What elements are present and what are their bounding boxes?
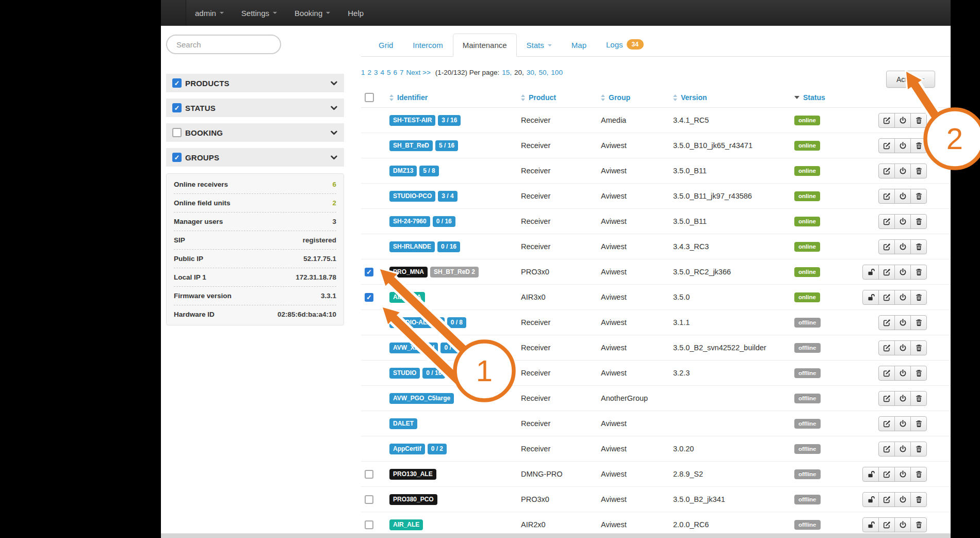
identifier-badge[interactable]: PRO380_PCO [389,494,437,505]
trash-button[interactable] [910,113,927,128]
row-checkbox[interactable] [365,293,373,302]
tab-logs[interactable]: Logs34 [596,32,654,57]
edit-button[interactable] [878,492,895,507]
trash-button[interactable] [910,492,927,507]
nav-item-help[interactable]: Help [339,0,372,26]
tab-intercom[interactable]: Intercom [403,34,452,57]
power-button[interactable] [894,442,911,457]
identifier-badge[interactable]: DMZ13 [389,166,417,176]
per-page-option[interactable]: 30, [527,69,536,76]
row-checkbox[interactable] [365,495,373,504]
identifier-badge[interactable]: AIR_MNA [389,292,425,303]
edit-button[interactable] [878,138,895,153]
identifier-badge[interactable]: SH-TEST-AIR [389,115,435,126]
filter-checkbox[interactable] [172,103,182,112]
identifier-badge[interactable]: AppCertif [389,444,425,454]
identifier-badge[interactable]: AVW_XLE_SH [389,343,438,353]
identifier-badge[interactable]: SH-24-7960 [389,216,430,227]
edit-button[interactable] [878,517,895,532]
unlock-button[interactable] [862,265,879,280]
per-page-option[interactable]: 50, [539,69,549,76]
trash-button[interactable] [910,265,927,280]
power-button[interactable] [894,391,911,406]
filter-checkbox[interactable] [172,78,182,88]
column-header-version[interactable]: Version [673,93,794,102]
power-button[interactable] [894,467,911,482]
power-button[interactable] [894,416,911,431]
column-header-identifier[interactable]: Identifier [389,93,521,102]
tab-maintenance[interactable]: Maintenance [453,34,517,57]
filter-panel-groups[interactable]: GROUPS [166,148,344,167]
trash-button[interactable] [910,214,927,229]
identifier-badge[interactable]: AIR_ALE [389,519,423,530]
edit-button[interactable] [878,416,895,431]
column-header-product[interactable]: Product [521,93,601,102]
edit-button[interactable] [878,290,895,305]
identifier-badge[interactable]: STUDIO [389,368,420,379]
edit-button[interactable] [878,164,895,178]
filter-checkbox[interactable] [172,153,182,162]
edit-button[interactable] [878,189,895,204]
page-link[interactable]: 5 [387,69,391,76]
nav-item-settings[interactable]: Settings [233,0,286,26]
edit-button[interactable] [878,265,895,280]
per-page-option[interactable]: 100 [551,69,563,76]
next-page-link[interactable]: Next >> [406,69,431,76]
identifier-badge[interactable]: PRO_MNA [389,267,428,278]
identifier-badge[interactable]: STUDIO-ALE-4K [389,317,445,328]
edit-button[interactable] [878,467,895,482]
page-link[interactable]: 6 [394,69,398,76]
unlock-button[interactable] [862,290,879,305]
trash-button[interactable] [910,239,927,254]
trash-button[interactable] [910,164,927,178]
trash-button[interactable] [910,391,927,406]
page-link[interactable]: 3 [374,69,378,76]
trash-button[interactable] [910,416,927,431]
edit-button[interactable] [878,239,895,254]
page-link[interactable]: 4 [381,69,385,76]
power-button[interactable] [894,265,911,280]
power-button[interactable] [894,315,911,330]
power-button[interactable] [894,113,911,128]
identifier-badge[interactable]: AVW_PGO_C5large [389,393,454,404]
filter-panel-status[interactable]: STATUS [166,99,344,117]
edit-button[interactable] [878,340,895,355]
power-button[interactable] [894,290,911,305]
edit-button[interactable] [878,214,895,229]
search-input[interactable] [166,35,281,54]
nav-item-admin[interactable]: admin [186,0,233,26]
page-link[interactable]: 1 [361,69,365,76]
edit-button[interactable] [878,391,895,406]
row-checkbox[interactable] [365,268,373,276]
column-header-group[interactable]: Group [601,93,673,102]
trash-button[interactable] [910,366,927,381]
edit-button[interactable] [878,366,895,381]
identifier-badge[interactable]: PRO130_ALE [389,469,436,480]
identifier-badge[interactable]: STUDIO-PCO [389,191,435,202]
power-button[interactable] [894,517,911,532]
power-button[interactable] [894,214,911,229]
power-button[interactable] [894,492,911,507]
power-button[interactable] [894,164,911,178]
tab-map[interactable]: Map [562,34,596,57]
per-page-option[interactable]: 15, [502,69,512,76]
trash-button[interactable] [910,340,927,355]
page-link[interactable]: 2 [368,69,372,76]
unlock-button[interactable] [862,517,879,532]
edit-button[interactable] [878,113,895,128]
power-button[interactable] [894,366,911,381]
edit-button[interactable] [878,315,895,330]
identifier-badge[interactable]: SH-IRLANDE [389,241,435,252]
trash-button[interactable] [910,315,927,330]
row-checkbox[interactable] [365,470,373,479]
trash-button[interactable] [910,290,927,305]
power-button[interactable] [894,239,911,254]
trash-button[interactable] [910,442,927,457]
unlock-button[interactable] [862,492,879,507]
edit-button[interactable] [878,442,895,457]
action-button[interactable]: Action [886,71,935,88]
trash-button[interactable] [910,189,927,204]
page-link[interactable]: 7 [400,69,404,76]
power-button[interactable] [894,189,911,204]
horizontal-scrollbar[interactable] [161,533,951,538]
